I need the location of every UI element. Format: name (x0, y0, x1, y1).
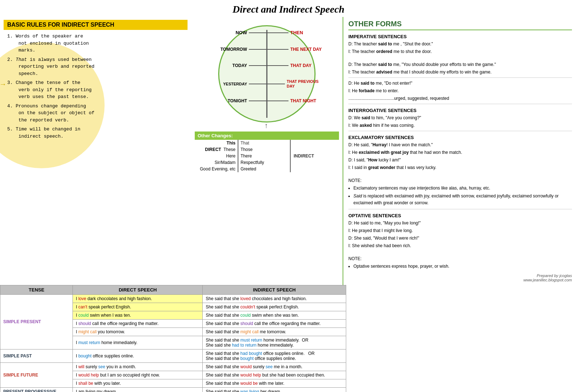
that-night-label: THAT NIGHT (288, 98, 332, 103)
opt-d2: D: She said, "Would that I were rich!" (348, 235, 572, 241)
imperative-title: IMPERATIVE SENTENCES (348, 34, 572, 39)
rule-3: → 3. Change the tense of the verb only i… (7, 79, 188, 101)
note-label1: NOTE: (348, 177, 572, 184)
sp-indirect-5: She said that she might call me tomorrow… (203, 328, 346, 336)
table-header-row: TENSE DIRECT SPEECH INDIRECT SPEECH (0, 285, 346, 294)
note1-item1: Exclamatory sentences may use interjecti… (353, 185, 572, 192)
note-label2: NOTE: (348, 255, 572, 262)
tense-simple-past: SIMPLE PAST (0, 349, 73, 362)
interrogative-title: INTERROGATIVE SENTENCES (348, 108, 572, 113)
today-dash (249, 65, 288, 66)
yesterday-label: YESTERDAY (202, 82, 249, 86)
today-label: TODAY (202, 63, 249, 68)
rule3-arrow: → (1, 79, 5, 90)
imp-i3: I: He forbade me to enter. (348, 88, 572, 94)
sf-indirect-2: She said that she would help but she had… (203, 371, 346, 379)
up-arrow: ↑ (264, 121, 268, 130)
divider4 (348, 209, 572, 209)
sp-direct-5: I might call you tomorrow. (73, 328, 203, 336)
table-row: SIMPLE PAST I bought office supplies onl… (0, 349, 346, 362)
table-row: SIMPLE FUTURE I will surely see you in a… (0, 362, 346, 371)
other-changes-header: Other Changes: (195, 132, 339, 140)
note1-item2: Said is replaced with exclaimed with joy… (353, 193, 572, 206)
that-previous-day-label: THAT PREVIOUSDAY (285, 79, 332, 89)
sp-indirect-6: She said that she must return home immed… (203, 336, 346, 349)
note2-item1: Optative sentences express hope, prayer,… (353, 263, 572, 270)
exc-d2: D: I said, "How lucky I am!" (348, 157, 572, 163)
exclamatory-title: EXCLAMATORY SENTENCES (348, 135, 572, 140)
here-direct: Here (195, 153, 238, 159)
next-day-label: THE NEXT DAY (288, 47, 332, 52)
table-row: SIMPLE PRESENT I love dark chocolates an… (0, 294, 346, 303)
spast-indirect: She said that she had bought office supp… (203, 349, 346, 362)
that-value: That (238, 140, 290, 146)
spast-direct: I bought office supplies online. (73, 349, 203, 362)
sf-indirect-3: She said that she would be with me later… (203, 379, 346, 387)
divider2 (348, 104, 572, 104)
rule-1: 1. Words of the speaker are not enclosed… (7, 33, 188, 54)
direct-col-header: DIRECT SPEECH (73, 285, 203, 294)
sp-direct-1: I love dark chocolates and high fashion. (73, 294, 203, 303)
sp-indirect-1: She said that she loved chocolates and h… (203, 294, 346, 303)
evening-direct: Good Evening, etc (195, 166, 238, 172)
that-day-label: THAT DAY (288, 63, 332, 68)
imp-dotted: ......................................ur… (348, 95, 572, 102)
divider1 (348, 77, 572, 78)
other-forms-header: OTHER FORMS (348, 20, 572, 30)
direct-label-cell: DIRECT These (195, 146, 238, 153)
sirmadam-direct: Sir/Madam (195, 159, 238, 166)
indirect-col-header: INDIRECT SPEECH (203, 285, 346, 294)
sp-direct-3: I could swim when I was ten. (73, 311, 203, 319)
direct-col-header: This (195, 140, 238, 146)
tense-simple-present: SIMPLE PRESENT (0, 294, 73, 349)
there-value: There (238, 153, 290, 159)
right-panel: OTHER FORMS IMPERATIVE SENTENCES D: The … (343, 17, 577, 285)
pp-indirect: She said that she was living her dream. (203, 387, 346, 392)
tense-col-header: TENSE (0, 285, 73, 294)
time-vertical-line (267, 30, 268, 118)
sf-direct-2: I would help but I am so occupied right … (73, 371, 203, 379)
prepared-by: Prepared by jcogtas www.jeanillec.blogsp… (348, 273, 572, 282)
tonight-label: TONIGHT (202, 98, 249, 103)
divider3 (348, 131, 572, 131)
time-row-today: TODAY THAT DAY (202, 63, 332, 68)
sp-direct-6: I must return home immediately. (73, 336, 203, 349)
opt-d1: D: He said to me, "May you live long!" (348, 220, 572, 226)
tomorrow-label: TOMORROW (202, 47, 249, 52)
time-row-now: NOW THEN (202, 30, 332, 35)
table-row: PRESENT PROGRESSIVE I am living my dream… (0, 387, 346, 392)
time-diagram: NOW THEN TOMORROW THE NEXT DAY TODAY THA… (202, 20, 332, 128)
int-i1: I: We asked him if he was coming. (348, 122, 572, 129)
note-list1: Exclamatory sentences may use interjecti… (348, 185, 572, 207)
imp-d1: D: The teacher said to me , "Shut the do… (348, 41, 572, 47)
tomorrow-dash (249, 49, 288, 50)
note-list2: Optative sentences express hope, prayer,… (348, 263, 572, 270)
time-row-tonight: TONIGHT THAT NIGHT (202, 98, 332, 103)
sf-direct-3: I shall be with you later. (73, 379, 203, 387)
int-d1: D: We said to him, "Are you coming?" (348, 115, 572, 121)
basic-rules-header: BASIC RULES FOR INDIRECT SPEECH (4, 20, 188, 30)
sf-indirect-1: She said that she would surely see me in… (203, 362, 346, 371)
time-circle (218, 25, 316, 122)
exc-i1: I: He exclaimed with great joy that he h… (348, 149, 572, 156)
center-panel: NOW THEN TOMORROW THE NEXT DAY TODAY THA… (191, 17, 343, 285)
sf-direct-1: I will surely see you in a month. (73, 362, 203, 371)
greeted-value: Greeted (238, 166, 290, 172)
now-dash (249, 32, 288, 33)
sp-direct-2: I can't speak perfect English. (73, 303, 203, 311)
tense-present-progressive: PRESENT PROGRESSIVE (0, 387, 73, 392)
sp-indirect-4: She said that she should call the office… (203, 319, 346, 328)
sp-indirect-3: She said that she could swim when she wa… (203, 311, 346, 319)
rule-2: 2. That is always used between reporting… (7, 56, 188, 77)
tense-simple-future: SIMPLE FUTURE (0, 362, 73, 387)
changes-table: This That INDIRECT DIRECT These Those He… (195, 140, 339, 172)
time-row-tomorrow: TOMORROW THE NEXT DAY (202, 47, 332, 52)
sp-direct-4: I should call the office regarding the m… (73, 319, 203, 328)
rule-4: 4. Pronouns change depending on the subj… (7, 103, 188, 124)
imp-i2: I: The teacher advised me that I should … (348, 69, 572, 75)
left-panel: BASIC RULES FOR INDIRECT SPEECH 1. Words… (0, 17, 191, 285)
rules-list: 1. Words of the speaker are not enclosed… (4, 33, 188, 140)
exc-d1: D: He said, "Hurray! I have won the matc… (348, 142, 572, 148)
time-row-yesterday: YESTERDAY THAT PREVIOUSDAY (202, 79, 332, 89)
yesterday-dash (249, 84, 285, 84)
